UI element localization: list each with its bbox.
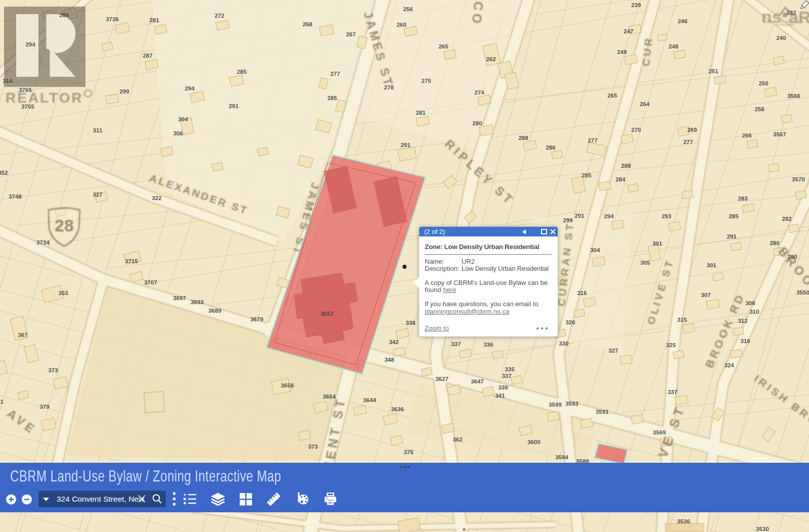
svg-text:284: 284: [615, 176, 625, 182]
svg-text:232: 232: [786, 10, 796, 16]
svg-text:322: 322: [152, 195, 161, 201]
svg-text:306: 306: [745, 300, 755, 306]
svg-text:256: 256: [403, 6, 413, 12]
svg-text:3697: 3697: [173, 295, 186, 301]
svg-text:3765: 3765: [19, 87, 32, 93]
svg-text:307: 307: [701, 292, 710, 298]
svg-text:3536: 3536: [677, 518, 690, 524]
svg-text:28: 28: [55, 216, 74, 235]
svg-text:3627: 3627: [435, 376, 448, 382]
svg-text:277: 277: [330, 71, 340, 77]
svg-text:304: 304: [178, 116, 188, 122]
svg-text:240: 240: [776, 35, 786, 41]
svg-text:270: 270: [631, 127, 641, 133]
svg-text:3636: 3636: [391, 406, 404, 412]
svg-text:293: 293: [661, 213, 671, 219]
svg-text:311: 311: [93, 127, 103, 133]
svg-text:3657: 3657: [321, 311, 334, 317]
svg-text:277: 277: [588, 137, 597, 143]
svg-text:277: 277: [683, 139, 693, 145]
svg-text:327: 327: [608, 348, 618, 354]
svg-text:305: 305: [640, 260, 650, 266]
svg-text:337: 337: [451, 341, 461, 347]
svg-text:281: 281: [416, 110, 426, 116]
svg-text:306: 306: [173, 130, 183, 136]
svg-text:375: 375: [403, 449, 414, 455]
svg-text:314: 314: [3, 78, 13, 84]
svg-text:CO: CO: [469, 1, 486, 27]
svg-text:3689: 3689: [208, 308, 221, 314]
svg-text:283: 283: [738, 196, 747, 202]
svg-text:272: 272: [214, 13, 224, 19]
svg-text:249: 249: [617, 49, 626, 55]
svg-text:348: 348: [384, 357, 394, 363]
svg-text:3707: 3707: [144, 279, 157, 285]
svg-text:291: 291: [727, 233, 737, 239]
svg-text:310: 310: [749, 309, 759, 315]
svg-text:326: 326: [565, 319, 575, 325]
svg-text:288: 288: [621, 163, 631, 169]
svg-text:286: 286: [59, 12, 69, 18]
svg-text:335: 335: [505, 366, 515, 372]
svg-text:275: 275: [421, 78, 431, 84]
svg-text:265: 265: [607, 92, 617, 99]
svg-text:3755: 3755: [21, 104, 34, 110]
svg-text:3644: 3644: [363, 397, 376, 403]
svg-text:316: 316: [577, 290, 587, 296]
svg-text:330: 330: [559, 341, 568, 347]
svg-text:OF REALTORS: OF REALTORS: [776, 23, 794, 26]
svg-text:239: 239: [631, 2, 641, 8]
svg-text:247: 247: [623, 28, 633, 34]
svg-text:258: 258: [754, 106, 765, 112]
svg-text:3569: 3569: [653, 429, 666, 436]
svg-text:325: 325: [666, 342, 676, 348]
svg-text:373: 373: [48, 367, 58, 373]
svg-text:367: 367: [18, 332, 27, 338]
svg-text:324: 324: [724, 362, 734, 368]
svg-text:3567: 3567: [773, 131, 786, 137]
svg-text:3693: 3693: [191, 299, 204, 305]
svg-text:3570: 3570: [792, 176, 805, 182]
svg-text:315: 315: [677, 317, 687, 323]
svg-text:324 Convent Street, New: 324 Convent Street, New: [57, 495, 145, 503]
svg-text:291: 291: [229, 103, 239, 109]
svg-text:290: 290: [787, 254, 797, 260]
svg-text:352: 352: [0, 170, 8, 176]
svg-text:3566: 3566: [787, 93, 800, 99]
svg-text:3600: 3600: [527, 439, 541, 445]
svg-text:3599: 3599: [549, 402, 562, 408]
svg-text:264: 264: [640, 101, 650, 107]
svg-text:3741: 3741: [0, 399, 4, 405]
svg-text:248: 248: [668, 43, 679, 50]
svg-text:353: 353: [58, 290, 68, 296]
svg-text:3679: 3679: [250, 316, 263, 322]
svg-text:3736: 3736: [106, 16, 119, 22]
svg-text:262: 262: [486, 56, 496, 62]
svg-text:3591: 3591: [596, 409, 609, 415]
svg-text:281: 281: [149, 17, 159, 23]
svg-text:REALTOR: REALTOR: [6, 90, 83, 106]
svg-text:301: 301: [652, 240, 662, 247]
svg-text:327: 327: [93, 191, 102, 198]
svg-text:299: 299: [119, 88, 129, 94]
svg-text:274: 274: [474, 89, 484, 95]
svg-text:286: 286: [546, 144, 555, 151]
svg-text:250: 250: [758, 80, 768, 86]
svg-text:285: 285: [237, 69, 247, 75]
svg-text:3593: 3593: [565, 401, 578, 407]
svg-text:278: 278: [384, 84, 394, 90]
svg-text:373: 373: [308, 444, 318, 450]
svg-text:312: 312: [738, 318, 747, 324]
svg-text:285: 285: [327, 95, 337, 101]
svg-text:3658: 3658: [281, 382, 294, 389]
svg-text:267: 267: [346, 31, 355, 37]
svg-text:3594: 3594: [555, 454, 568, 460]
svg-text:251: 251: [708, 68, 718, 74]
svg-text:379: 379: [39, 404, 49, 410]
svg-text:269: 269: [687, 127, 697, 133]
svg-text:280: 280: [472, 120, 482, 126]
svg-text:260: 260: [396, 22, 406, 28]
svg-text:246: 246: [678, 18, 687, 24]
svg-text:337: 337: [667, 389, 677, 395]
svg-text:294: 294: [25, 41, 35, 47]
